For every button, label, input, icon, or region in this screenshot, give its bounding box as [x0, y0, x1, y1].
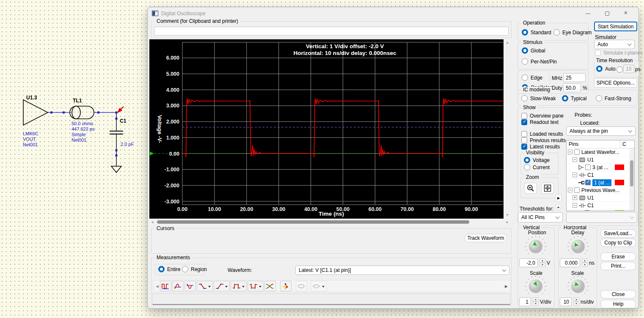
edge-radio[interactable]: Edge [522, 74, 542, 81]
expand-icon[interactable]: + [572, 195, 577, 200]
zoom-fit-button[interactable] [541, 183, 554, 194]
measure-crossing-button[interactable] [264, 281, 276, 291]
collapse-icon[interactable]: − [572, 157, 577, 162]
fast-strong-radio[interactable]: Fast-Strong [596, 95, 631, 101]
threshold-value-combo[interactable] [566, 212, 637, 223]
waveform-combo[interactable]: Latest: V [C1.1 (at pin)] [295, 266, 509, 275]
time-res-manual-radio[interactable] [616, 66, 623, 73]
measure-fall-time-button[interactable] [197, 281, 213, 291]
add-threshold-button[interactable]: + [555, 204, 561, 210]
thresholds-combo[interactable]: All IC Pins [518, 212, 563, 222]
hscroll-thumb[interactable] [157, 220, 469, 224]
c1-refdes[interactable]: C1 [120, 118, 127, 124]
erase-button[interactable]: Erase [600, 252, 636, 261]
pins-tree[interactable]: Pins C − Latest Wavefor... − U1 [566, 140, 635, 211]
zoom-in-button[interactable] [524, 183, 537, 194]
measure-period-button[interactable] [160, 281, 171, 291]
previous-results-checkbox[interactable]: Previous results [521, 137, 566, 143]
close-dialog-button[interactable]: Close [600, 290, 636, 299]
tree-row-previous[interactable]: − Previous Wave... [567, 186, 630, 194]
vertical-scale-input[interactable]: 1 [519, 297, 531, 306]
tree-row-latest[interactable]: − Latest Wavefor... [567, 148, 630, 156]
time-res-auto-radio[interactable]: Auto [596, 66, 616, 72]
vertical-scale-spinner[interactable]: ▲▼ [533, 297, 539, 306]
global-radio[interactable]: Global [522, 47, 545, 54]
overview-pane-checkbox[interactable]: Overview pane [521, 113, 564, 119]
vertical-scale-knob[interactable] [525, 275, 547, 297]
tree-row-u1-pin3[interactable]: 3 (at ... [567, 164, 630, 171]
minimize-button[interactable] [579, 10, 596, 17]
trace-color-swatch[interactable] [615, 164, 624, 170]
checkbox-icon[interactable] [574, 149, 580, 155]
slow-weak-radio[interactable]: Slow-Weak [521, 95, 556, 101]
scope-vscrollbar[interactable]: ▲ ▼ [504, 39, 510, 219]
vertical-position-spinner[interactable]: ▲▼ [539, 258, 545, 267]
scroll-right-icon[interactable]: ► [506, 220, 509, 225]
typical-radio[interactable]: Typical [562, 95, 586, 101]
horizontal-scale-input[interactable]: 10 [560, 297, 572, 306]
horizontal-delay-knob[interactable] [567, 236, 589, 258]
located-combo[interactable]: Always at the pin [566, 126, 636, 136]
simulator-combo[interactable]: Auto [594, 40, 635, 49]
tree-row-u1[interactable]: − U1 [567, 156, 630, 164]
measure-rise-time-button[interactable] [214, 281, 230, 291]
tree-row-c1[interactable]: − C1 [567, 171, 630, 179]
vertical-position-input[interactable]: -2.0 [519, 258, 538, 267]
region-radio[interactable]: Region [182, 266, 207, 272]
standard-radio[interactable]: Standard [522, 29, 551, 36]
measure-overshoot-button[interactable] [172, 281, 184, 291]
copy-to-clip-button[interactable]: Copy to Clip [600, 238, 636, 247]
measure-pulse-high-button[interactable] [231, 281, 247, 291]
checkbox-icon[interactable] [574, 187, 580, 193]
comment-input[interactable] [154, 27, 509, 36]
close-button[interactable]: × [617, 9, 634, 17]
marker-button[interactable] [280, 281, 292, 291]
checkbox-icon[interactable] [585, 180, 591, 185]
per-net-pin-radio[interactable]: Per-Net/Pin [522, 58, 557, 65]
trace-color-swatch[interactable] [615, 210, 624, 211]
start-simulation-button[interactable]: Start Simulation [594, 22, 637, 31]
horizontal-scale-spinner[interactable]: ▲▼ [573, 297, 579, 306]
readout-text-checkbox[interactable]: Readout text [521, 119, 559, 125]
latest-results-checkbox[interactable]: Latest results [521, 144, 560, 150]
spice-options-button[interactable]: SPICE Options... [594, 78, 637, 88]
horizontal-delay-input[interactable]: 0.000 [560, 258, 580, 267]
scope-display[interactable]: 0.0010.0020.0030.0040.0050.0060.0070.008… [149, 39, 504, 219]
scroll-left-icon[interactable]: ◄ [151, 220, 154, 225]
u1-refdes[interactable]: U1.3 [26, 95, 37, 101]
pins-scroll-thumb[interactable] [630, 160, 633, 186]
help-button[interactable]: Help [600, 300, 636, 308]
tl1-refdes[interactable]: TL1 [73, 98, 82, 104]
measure-pulse-low-button[interactable] [248, 281, 264, 291]
measure-undershoot-button[interactable] [184, 281, 196, 291]
vertical-position-knob[interactable] [525, 236, 547, 258]
save-load-button[interactable]: Save/Load... [600, 229, 636, 238]
toolbar-scroll-left-icon[interactable]: ◀ [156, 284, 159, 288]
buffer-symbol[interactable] [23, 100, 48, 125]
collapse-icon[interactable]: − [572, 203, 577, 208]
tree-row-c1-pin1[interactable]: 1 (at ... [567, 179, 630, 186]
tree-row-prev-u1[interactable]: + U1 [567, 194, 630, 202]
expand-panel-button[interactable]: ▶ [555, 194, 562, 202]
trace-color-swatch[interactable] [615, 180, 624, 185]
horizontal-scale-knob[interactable] [567, 275, 589, 297]
checkbox-icon[interactable] [584, 210, 590, 211]
collapse-icon[interactable]: − [568, 150, 572, 154]
tree-row-prev-c1[interactable]: − C1 [567, 202, 630, 209]
probe-arrow[interactable] [118, 107, 124, 112]
loaded-results-checkbox[interactable]: Loaded results [521, 131, 563, 137]
checkbox-icon[interactable] [585, 164, 591, 170]
collapse-icon[interactable]: − [572, 173, 577, 177]
toolbar-scroll-right-icon[interactable]: ▶ [505, 284, 508, 288]
scroll-down-icon[interactable]: ▼ [506, 213, 509, 217]
entire-radio[interactable]: Entire [158, 266, 180, 272]
collapse-icon[interactable]: − [568, 188, 572, 192]
mhz-input[interactable]: 25 [563, 73, 586, 82]
eye-diagram-radio[interactable]: Eye Diagram [553, 29, 592, 36]
horizontal-delay-spinner[interactable]: ▲▼ [582, 258, 588, 267]
maximize-button[interactable] [599, 10, 616, 17]
scroll-up-icon[interactable]: ▲ [506, 41, 509, 45]
current-radio[interactable]: Current [524, 164, 550, 170]
print-button[interactable]: Print... [600, 262, 636, 270]
voltage-radio[interactable]: Voltage [524, 157, 550, 163]
